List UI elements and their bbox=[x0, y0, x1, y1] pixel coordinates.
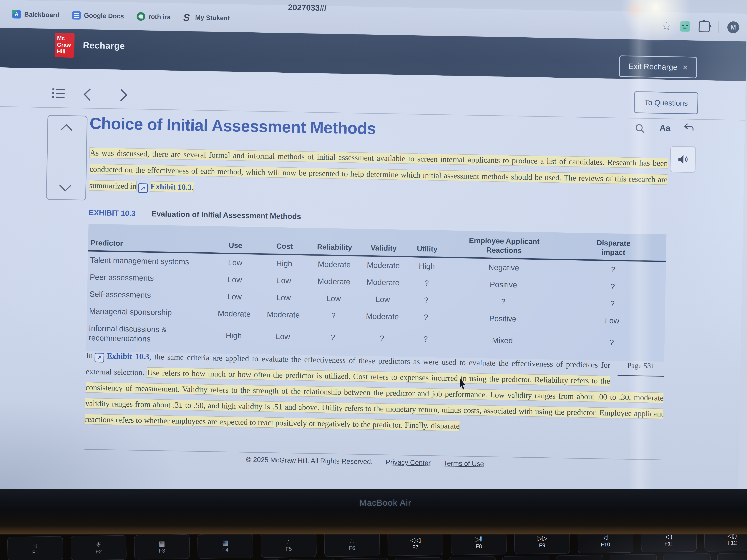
cell-reactions: Positive bbox=[447, 279, 560, 290]
cell-use: Moderate bbox=[209, 309, 259, 319]
key-f8: ▷‖F8 bbox=[451, 534, 507, 555]
column-header-predictor: Predictor bbox=[88, 238, 211, 249]
cell-use: Low bbox=[210, 258, 260, 268]
logo-line: Mc bbox=[57, 35, 75, 42]
logo-line: Hill bbox=[57, 48, 75, 55]
cell-validity: Moderate bbox=[360, 277, 406, 288]
volume-up-icon: ◁)) bbox=[727, 534, 737, 539]
key-f9: ▷▷F9 bbox=[514, 534, 570, 554]
keyboard-key bbox=[287, 559, 335, 560]
brightness-up-icon: ☀ bbox=[96, 541, 102, 548]
mission-control-icon: ▤ bbox=[159, 540, 165, 547]
table-of-contents-icon[interactable] bbox=[52, 88, 66, 98]
keyboard-deck: ☼F1 ☀F2 ▤F3 ▦F4 ∴F5 ∴F6 ◁◁F7 ▷‖F8 ▷▷F9 ◁… bbox=[0, 534, 747, 560]
previous-page-button[interactable] bbox=[85, 90, 94, 100]
bookmark-label: Google Docs bbox=[84, 12, 124, 20]
undo-icon[interactable] bbox=[683, 122, 695, 134]
close-icon: × bbox=[682, 62, 688, 73]
key-f3: ▤F3 bbox=[134, 534, 190, 560]
to-questions-button[interactable]: To Questions bbox=[634, 91, 698, 114]
next-page-button[interactable] bbox=[117, 91, 126, 100]
cell-predictor: Self-assessments bbox=[87, 289, 205, 301]
page-scroll-panel[interactable] bbox=[46, 115, 87, 201]
bookmark-my-stukent[interactable]: My Stukent bbox=[183, 13, 230, 22]
cell-use: High bbox=[209, 330, 259, 341]
cell-disparate: ? bbox=[560, 264, 666, 275]
exhibit-10-3-link[interactable]: Exhibit 10.3 bbox=[107, 351, 149, 361]
fast-forward-icon: ▷▷ bbox=[537, 535, 547, 542]
bookmark-google-docs[interactable]: Google Docs bbox=[72, 11, 124, 20]
logo-line: Graw bbox=[57, 42, 75, 49]
column-header-reliability: Reliability bbox=[308, 242, 361, 252]
column-header-reactions: Employee Applicant Reactions bbox=[447, 235, 561, 256]
key-f6: ∴F6 bbox=[324, 534, 380, 557]
toolbar-separator bbox=[718, 21, 719, 33]
cell-predictor: Talent management systems bbox=[88, 255, 205, 267]
cell-reliability: ? bbox=[307, 332, 359, 343]
keyboard-key bbox=[234, 559, 281, 560]
paragraph-2-container: Page 531 In↗Exhibit 10.3, the same crite… bbox=[84, 348, 664, 457]
key-f10: ◁F10 bbox=[577, 534, 634, 553]
cell-reliability: Low bbox=[308, 293, 360, 304]
keyboard-key bbox=[502, 556, 549, 560]
profile-avatar[interactable]: M bbox=[727, 21, 739, 33]
cell-utility: ? bbox=[406, 295, 447, 305]
paragraph-2: Page 531 In↗Exhibit 10.3, the same crite… bbox=[85, 348, 664, 438]
address-bar-url-fragment: 2027033#/ bbox=[288, 3, 327, 12]
cell-predictor: Informal discussions & recommendations bbox=[86, 323, 204, 345]
cell-reactions: ? bbox=[446, 296, 560, 308]
keyboard-key bbox=[395, 557, 442, 560]
macbook-photo: 2027033#/ Balckboard Google Docs roth ir… bbox=[0, 0, 747, 560]
column-header-disparate-impact: Disparate impact bbox=[561, 237, 666, 258]
keyboard-key bbox=[448, 556, 496, 560]
read-aloud-button[interactable] bbox=[670, 146, 696, 173]
bookmark-star-icon[interactable]: ☆ bbox=[662, 21, 671, 31]
cell-cost: Moderate bbox=[259, 310, 308, 320]
page-number-marker: Page 531 bbox=[618, 355, 664, 377]
bookmark-label: Balckboard bbox=[24, 10, 59, 19]
scroll-up-icon[interactable] bbox=[60, 124, 73, 136]
keyboard-key bbox=[341, 558, 388, 560]
extensions-puzzle-icon[interactable] bbox=[698, 21, 710, 32]
bookmark-roth-ira[interactable]: roth ira bbox=[136, 12, 171, 21]
cell-reactions: Negative bbox=[447, 262, 561, 273]
volume-down-icon: ◁) bbox=[665, 534, 672, 540]
cell-use: Low bbox=[210, 274, 260, 285]
column-header-cost: Cost bbox=[260, 241, 309, 251]
key-f7: ◁◁F7 bbox=[387, 534, 443, 556]
exhibit-10-3-link[interactable]: Exhibit 10.3 bbox=[150, 182, 192, 191]
key-f4: ▦F4 bbox=[197, 534, 253, 559]
external-link-icon: ↗ bbox=[95, 353, 104, 363]
privacy-center-link[interactable]: Privacy Center bbox=[386, 458, 431, 467]
keyboard-key bbox=[717, 553, 747, 560]
cell-predictor: Peer assessments bbox=[87, 272, 205, 284]
terms-of-use-link[interactable]: Terms of Use bbox=[443, 459, 484, 468]
bookmark-blackboard[interactable]: Balckboard bbox=[12, 10, 59, 19]
text-size-icon[interactable]: Aa bbox=[660, 123, 670, 133]
macbook-air-branding: MacBook Air bbox=[359, 498, 411, 508]
highlighted-text: Use refers to how much or how often the … bbox=[85, 368, 664, 431]
key-f5: ∴F5 bbox=[261, 534, 317, 558]
search-icon[interactable] bbox=[634, 123, 646, 135]
column-header-utility: Utility bbox=[407, 244, 447, 254]
exit-recharge-label: Exit Recharge bbox=[628, 62, 677, 72]
cell-validity: Low bbox=[359, 294, 406, 305]
cell-disparate: Low bbox=[559, 315, 665, 326]
cell-reliability: ? bbox=[307, 310, 359, 321]
key-f1: ☼F1 bbox=[7, 536, 63, 560]
cell-reliability: Moderate bbox=[308, 259, 360, 270]
cell-use: Low bbox=[209, 292, 260, 302]
cell-reactions: Mixed bbox=[446, 335, 559, 346]
column-header-validity: Validity bbox=[360, 243, 407, 253]
exit-recharge-button[interactable]: Exit Recharge × bbox=[619, 55, 697, 78]
cell-cost: Low bbox=[260, 275, 308, 286]
extension-icon[interactable] bbox=[679, 21, 690, 32]
laptop-screen: 2027033#/ Balckboard Google Docs roth ir… bbox=[0, 0, 747, 489]
bookmark-label: My Stukent bbox=[195, 14, 230, 22]
sentence-period: . bbox=[191, 183, 194, 191]
scroll-down-icon[interactable] bbox=[59, 180, 71, 191]
cell-reactions: Positive bbox=[446, 313, 559, 324]
key-f11: ◁)F11 bbox=[641, 534, 697, 553]
blackboard-favicon bbox=[12, 10, 21, 19]
mcgraw-hill-logo: Mc Graw Hill bbox=[54, 33, 75, 58]
